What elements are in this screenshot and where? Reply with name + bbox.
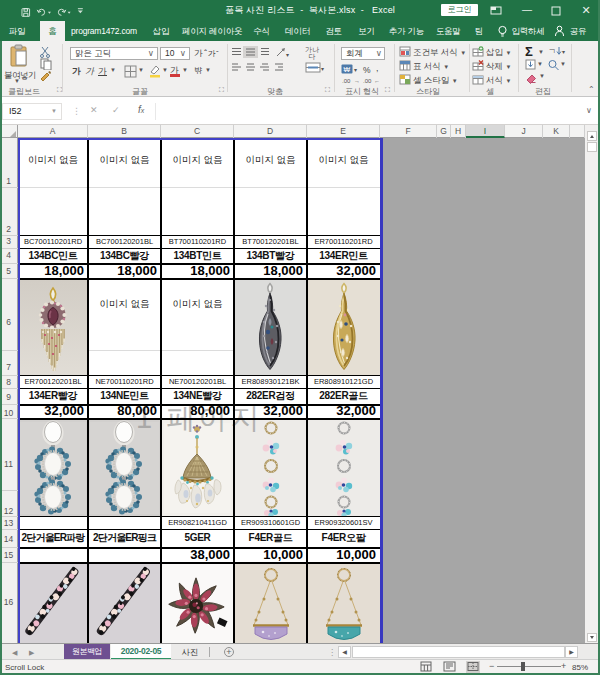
svg-text:,: , xyxy=(376,63,379,73)
svg-text:.00: .00 xyxy=(342,78,351,84)
svg-text:.00: .00 xyxy=(363,78,372,84)
svg-text:▾: ▾ xyxy=(562,49,565,55)
svg-text:₩: ₩ xyxy=(344,66,351,73)
svg-text:▾: ▾ xyxy=(321,66,324,72)
svg-text:ㄱ: ㄱ xyxy=(548,47,556,56)
svg-text:%: % xyxy=(363,65,371,75)
svg-text:▾: ▾ xyxy=(354,67,357,73)
svg-text:→: → xyxy=(354,78,360,84)
svg-text:▾: ▾ xyxy=(286,52,289,58)
svg-text:←: ← xyxy=(374,78,380,84)
